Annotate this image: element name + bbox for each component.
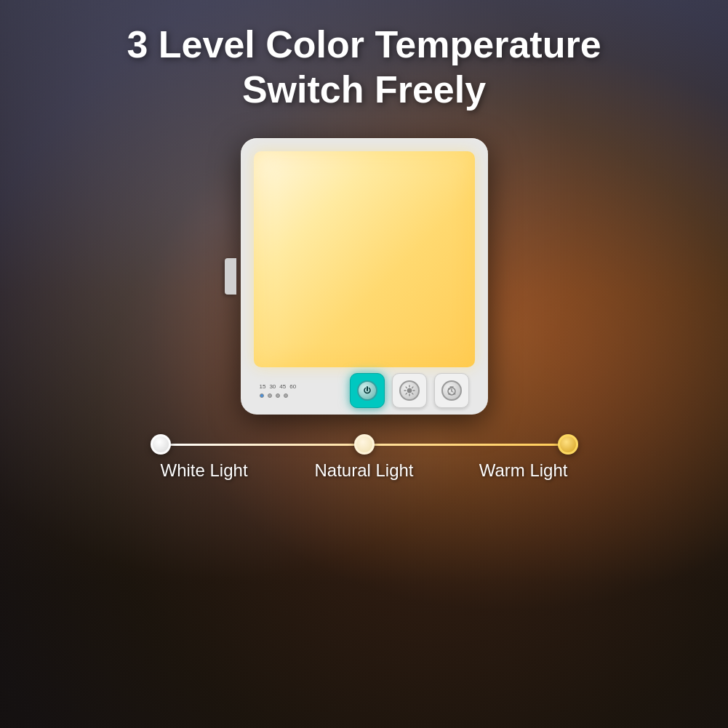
warm-light-dot[interactable]: [558, 434, 578, 455]
dot-1: [260, 393, 264, 398]
svg-text:40: 40: [448, 393, 451, 396]
main-content: 3 Level Color Temperature Switch Freely …: [0, 0, 728, 728]
natural-light-label: Natural Light: [297, 460, 431, 481]
title-line1: 3 Level Color Temperature: [127, 23, 601, 65]
light-knob: [399, 380, 420, 401]
white-light-dot[interactable]: [151, 434, 171, 455]
natural-light-dot[interactable]: [354, 434, 375, 455]
warm-light-label: Warm Light: [433, 460, 568, 481]
dot-4: [284, 393, 288, 398]
power-button[interactable]: [350, 373, 385, 408]
svg-text:30: 30: [453, 393, 456, 396]
title-line2: Switch Freely: [242, 68, 486, 111]
timer-indicator: 15 30 45 60: [260, 383, 297, 398]
timer-knob: 60 40 30: [441, 380, 462, 401]
timer-label-45: 45: [279, 383, 286, 390]
svg-point-0: [407, 388, 412, 393]
timer-label-30: 30: [269, 383, 276, 390]
svg-line-7: [412, 387, 413, 388]
light-selector: White Light Natural Light Warm Light: [110, 444, 619, 481]
timer-icon: 60 40 30: [446, 385, 457, 396]
control-buttons: 60 40 30: [350, 373, 469, 408]
device: 15 30 45 60: [241, 138, 488, 415]
light-icon: [404, 385, 415, 396]
timer-button[interactable]: 60 40 30: [434, 373, 469, 408]
device-bottom: 15 30 45 60: [254, 367, 475, 415]
page-title: 3 Level Color Temperature Switch Freely: [127, 22, 601, 113]
timer-label-15: 15: [260, 383, 266, 390]
dot-row: [260, 393, 288, 398]
light-button[interactable]: [392, 373, 427, 408]
timer-labels: 15 30 45 60: [260, 383, 297, 390]
light-labels: White Light Natural Light Warm Light: [161, 460, 568, 481]
slider-track: [161, 444, 568, 446]
side-button[interactable]: [225, 258, 236, 295]
svg-line-11: [452, 391, 453, 392]
white-light-label: White Light: [161, 460, 295, 481]
svg-line-8: [406, 393, 407, 395]
svg-text:60: 60: [448, 388, 451, 391]
svg-line-6: [412, 393, 413, 395]
power-knob: [357, 380, 377, 401]
timer-label-60: 60: [289, 383, 296, 390]
dot-3: [276, 393, 280, 398]
power-icon: [362, 385, 372, 396]
dot-2: [268, 393, 272, 398]
svg-line-5: [406, 387, 407, 388]
light-panel: [254, 151, 475, 367]
